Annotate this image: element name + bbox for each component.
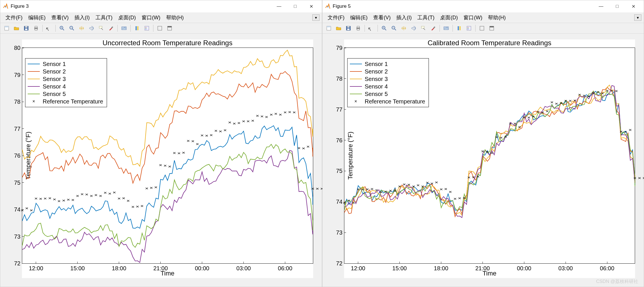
data-cursor-icon[interactable] [97, 24, 106, 33]
new-figure-icon[interactable] [2, 24, 11, 33]
axes[interactable]: Temperature (°F) Time Sensor 1Sensor 2Se… [344, 48, 635, 264]
menu-insert[interactable]: 插入(I) [72, 13, 93, 22]
zoom-out-icon[interactable] [67, 24, 76, 33]
link-plot-icon[interactable] [442, 24, 451, 33]
print-icon[interactable] [31, 24, 41, 33]
legend[interactable]: Sensor 1Sensor 2Sensor 3Sensor 4Sensor 5… [347, 58, 429, 107]
legend-entry[interactable]: Sensor 2 [28, 68, 103, 75]
legend-icon[interactable] [464, 24, 474, 33]
menu-file[interactable]: 文件(F) [3, 13, 25, 22]
rotate-3d-icon[interactable] [409, 24, 418, 33]
reference-marker: × [352, 200, 355, 205]
reference-marker: × [559, 101, 563, 105]
data-cursor-icon[interactable] [419, 24, 428, 33]
reference-marker: × [527, 115, 530, 120]
reference-marker: × [425, 180, 429, 185]
menu-window[interactable]: 窗口(W) [139, 13, 163, 22]
legend-entry[interactable]: Sensor 1 [350, 60, 425, 68]
expand-toolbar-icon[interactable]: ▾ [312, 14, 320, 21]
colorbar-icon[interactable] [132, 24, 142, 33]
reference-marker: × [601, 91, 604, 96]
legend-label: Sensor 1 [43, 61, 66, 67]
menu-view[interactable]: 查看(V) [48, 13, 72, 22]
reference-marker: × [131, 205, 135, 209]
legend-entry[interactable]: Sensor 4 [28, 83, 103, 90]
legend-icon[interactable] [142, 24, 151, 33]
minimize-button[interactable]: — [271, 0, 287, 12]
zoom-out-icon[interactable] [389, 24, 399, 33]
hide-tools-icon[interactable] [155, 24, 164, 33]
axes[interactable]: Temperature (°F) Time Sensor 1Sensor 2Se… [22, 48, 313, 264]
legend-entry[interactable]: Sensor 3 [350, 75, 425, 83]
menu-edit[interactable]: 编辑(E) [25, 13, 48, 22]
open-icon[interactable] [12, 24, 21, 33]
titlebar[interactable]: Figure 3 — □ ✕ [0, 0, 322, 12]
open-icon[interactable] [334, 24, 343, 33]
menu-help[interactable]: 帮助(H) [163, 13, 187, 22]
svg-rect-34 [347, 29, 350, 30]
dock-icon[interactable] [165, 24, 174, 33]
pan-icon[interactable] [77, 24, 86, 33]
menu-tools[interactable]: 工具(T) [414, 13, 437, 22]
legend-entry[interactable]: Sensor 1 [28, 60, 103, 68]
x-tick-label: 15:00 [392, 265, 407, 272]
edit-plot-icon[interactable] [367, 24, 376, 33]
x-tick-label: 00:00 [517, 265, 531, 272]
reference-marker: × [316, 186, 319, 191]
menu-edit[interactable]: 编辑(E) [347, 13, 370, 22]
brush-icon[interactable] [429, 24, 438, 33]
menu-window[interactable]: 窗口(W) [461, 13, 485, 22]
menu-desktop[interactable]: 桌面(D) [437, 13, 461, 22]
brush-icon[interactable] [106, 24, 116, 33]
reference-marker: × [270, 112, 273, 117]
svg-rect-37 [357, 26, 359, 28]
legend-entry[interactable]: Sensor 2 [350, 68, 425, 75]
toolbar [0, 23, 322, 34]
print-icon[interactable] [354, 24, 363, 33]
zoom-in-icon[interactable] [380, 24, 389, 33]
reference-marker: × [44, 196, 47, 201]
plot-area: Calibrated Room Temperature Readings Tem… [322, 34, 644, 287]
pan-icon[interactable] [399, 24, 408, 33]
menu-help[interactable]: 帮助(H) [485, 13, 508, 22]
x-tick-label: 18:00 [434, 265, 448, 272]
menu-view[interactable]: 查看(V) [370, 13, 393, 22]
legend-entry[interactable]: Sensor 5 [350, 90, 425, 98]
new-figure-icon[interactable] [324, 24, 333, 33]
link-plot-icon[interactable] [119, 24, 129, 33]
menu-insert[interactable]: 插入(I) [393, 13, 414, 22]
dock-icon[interactable] [487, 24, 496, 33]
legend-entry[interactable]: Sensor 5 [28, 90, 103, 98]
legend-entry[interactable]: ×Reference Temperature [350, 98, 425, 105]
zoom-in-icon[interactable] [57, 24, 67, 33]
chart-calibrated[interactable]: Calibrated Room Temperature Readings Tem… [344, 39, 635, 278]
reference-marker: × [99, 194, 102, 199]
reference-marker: × [467, 175, 470, 180]
chart-uncorrected[interactable]: Uncorrected Room Temperature Readings Te… [22, 39, 313, 278]
reference-marker: × [596, 90, 600, 95]
titlebar[interactable]: Figure 5 — □ ✕ [322, 0, 644, 12]
edit-plot-icon[interactable] [44, 24, 54, 33]
reference-marker: × [265, 115, 268, 120]
reference-marker: × [136, 204, 139, 209]
minimize-button[interactable]: — [593, 0, 609, 12]
menu-tools[interactable]: 工具(T) [93, 13, 115, 22]
rotate-3d-icon[interactable] [87, 24, 96, 33]
colorbar-icon[interactable] [455, 24, 464, 33]
menu-file[interactable]: 文件(F) [325, 13, 348, 22]
close-button[interactable]: ✕ [303, 0, 320, 12]
save-icon[interactable] [344, 24, 353, 33]
legend-entry[interactable]: Sensor 4 [350, 83, 425, 90]
maximize-button[interactable]: □ [287, 0, 303, 12]
legend-entry[interactable]: ×Reference Temperature [28, 98, 103, 105]
hide-tools-icon[interactable] [477, 24, 487, 33]
legend[interactable]: Sensor 1Sensor 2Sensor 3Sensor 4Sensor 5… [25, 58, 107, 107]
expand-toolbar-icon[interactable]: ▾ [634, 14, 641, 21]
legend-label: Sensor 2 [365, 68, 388, 75]
save-icon[interactable] [22, 24, 31, 33]
maximize-button[interactable]: □ [609, 0, 625, 12]
menu-desktop[interactable]: 桌面(D) [115, 13, 139, 22]
reference-marker: × [481, 149, 484, 154]
legend-entry[interactable]: Sensor 3 [28, 75, 103, 83]
close-button[interactable]: ✕ [625, 0, 641, 12]
